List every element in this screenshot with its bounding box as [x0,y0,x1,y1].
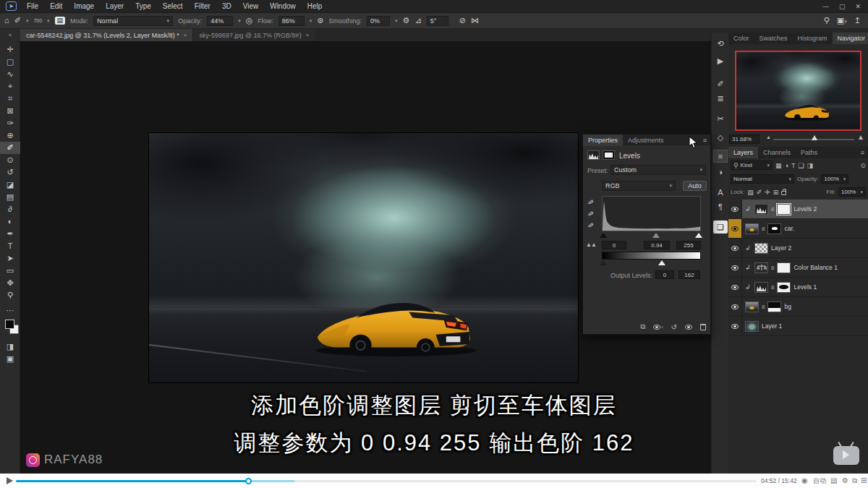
targeted-adjustment-icon[interactable]: ▲▲ [586,241,596,248]
tab-color[interactable]: Color [728,33,754,44]
car-layer-thumbnail[interactable] [745,223,759,234]
chevron-down-icon[interactable]: ▾ [310,18,312,24]
chevron-down-icon[interactable]: ▾ [238,18,241,24]
layer-opacity-field[interactable]: 100%▾ [821,174,848,184]
output-black-slider[interactable] [600,260,607,265]
visibility-eye-icon[interactable] [728,219,742,239]
mask-link-icon[interactable]: 8 [771,284,774,291]
delete-icon[interactable] [700,324,706,330]
channel-select[interactable]: RGB▾ [602,181,676,191]
tab-properties[interactable]: Properties [583,134,623,146]
layer-row-color-balance[interactable]: ↲ 8 Color Balance 1 [728,258,868,278]
visibility-eye-icon[interactable] [728,297,742,317]
document-image[interactable] [148,132,579,383]
screen-mode-icon[interactable]: ▣ [0,353,20,365]
move-tool[interactable]: ✛ [0,43,20,56]
quality-selector[interactable]: 自动 [813,476,826,486]
path-select-tool[interactable]: ➤ [0,252,20,265]
tab-channels[interactable]: Channels [758,147,796,158]
history-brush-tool[interactable]: ↺ [0,166,20,179]
chevron-down-icon[interactable]: ▾ [47,18,50,24]
visibility-eye-icon[interactable] [728,317,742,336]
healing-brush-tool[interactable]: ⊕ [0,129,20,142]
toggle-brush-panel-icon[interactable]: ▤ [55,17,66,25]
layer-mask-thumbnail[interactable] [777,282,791,293]
paragraph-panel-icon[interactable]: ¶ [713,200,728,213]
search-icon[interactable]: ⚲ [824,17,830,25]
smoothing-gear-icon[interactable]: ⚙ [403,17,410,25]
close-button[interactable]: ✕ [855,3,861,10]
output-black-field[interactable]: 0 [655,270,674,279]
layer-row-levels2[interactable]: ↲ 8 Levels 2 [728,200,868,219]
opacity-field[interactable]: 44% [207,16,233,26]
adjustments-panel-icon[interactable]: ◑ [713,166,728,179]
filter-type-layers-icon[interactable]: T [791,162,796,169]
menu-file[interactable]: File [21,0,44,13]
mask-link-icon[interactable]: 8 [762,226,765,232]
edit-toolbar-icon[interactable]: ⋯ [0,304,20,317]
brush-size-picker[interactable]: 700 [33,18,42,23]
cloud-layer-thumbnail[interactable] [745,321,759,332]
flow-field[interactable]: 86% [278,16,305,26]
lock-transparent-icon[interactable]: ▨ [747,189,754,196]
layer-row-layer2[interactable]: ↲ Layer 2 [728,239,868,258]
foreground-color-swatch[interactable] [5,320,14,329]
preset-select[interactable]: Custom▾ [610,165,706,175]
input-white-slider[interactable] [695,233,702,238]
close-tab-icon[interactable]: × [184,32,187,38]
output-white-field[interactable]: 162 [678,270,700,279]
navigator-zoom-field[interactable]: 31.68% [729,134,760,144]
eyedropper-tool[interactable]: ✑ [0,117,20,129]
black-point-eyedropper-icon[interactable]: ✎ [586,198,595,205]
lock-position-icon[interactable]: ✛ [765,189,770,196]
lock-all-icon[interactable] [781,191,786,195]
blend-mode-select[interactable]: Normal▾ [731,174,794,184]
levels-adjustment-thumbnail[interactable] [754,282,768,293]
pen-tool[interactable]: ✒ [0,228,20,240]
mask-link-icon[interactable]: 8 [771,265,774,271]
menu-window[interactable]: Window [264,0,302,13]
chevron-down-icon[interactable]: ▾ [395,18,398,24]
zoom-out-icon[interactable]: ▲ [766,134,771,140]
pressure-opacity-icon[interactable]: ◎ [246,17,253,25]
gray-point-eyedropper-icon[interactable]: ✎ [586,210,595,217]
libraries-panel-icon[interactable]: ❏ [713,221,728,234]
input-midtone-slider[interactable] [652,233,660,238]
home-icon[interactable]: ⌂ [4,17,9,25]
menu-filter[interactable]: Filter [189,0,216,13]
menu-edit[interactable]: Edit [44,0,68,13]
document-tab-car[interactable]: car-5548242.jpg @ 31.7% (Levels 2, Layer… [20,29,192,41]
gradient-tool[interactable]: ▤ [0,191,20,203]
layer-mask-thumbnail[interactable] [777,262,791,273]
quick-mask-icon[interactable]: ◨ [0,341,20,353]
tab-layers[interactable]: Layers [728,147,758,158]
zoom-tool[interactable]: ⚲ [0,289,20,301]
dodge-tool[interactable]: ◐ [0,215,20,228]
layer-row-layer1[interactable]: Layer 1 [728,317,868,336]
video-progress-handle[interactable] [245,478,252,484]
minimize-button[interactable]: — [822,3,829,10]
danmaku-icon[interactable]: ▤ [830,476,837,484]
layer-row-bg[interactable]: 8 bg [728,297,868,317]
transparent-layer-thumbnail[interactable] [754,243,768,254]
menu-image[interactable]: Image [68,0,100,13]
tab-paths[interactable]: Paths [796,147,822,158]
brushes-panel-icon[interactable]: ≣ [713,92,728,105]
layer-fill-field[interactable]: 100%▾ [838,187,866,197]
navigator-proxy-view[interactable] [735,51,861,131]
chevron-down-icon[interactable]: ▾ [26,18,29,24]
filter-smart-objects-icon[interactable]: ◨ [807,162,814,169]
layer-mask-thumbnail[interactable] [777,204,791,215]
document-tab-sky[interactable]: sky-599697.jpg @ 16.7% (RGB/8#)× [192,29,315,41]
menu-select[interactable]: Select [157,0,189,13]
output-white-slider[interactable] [658,260,665,265]
clone-stamp-tool[interactable]: ⊙ [0,154,20,166]
input-black-slider[interactable] [600,233,607,238]
crop-tool[interactable]: ⌗ [0,93,20,105]
panel-menu-icon[interactable]: ≡ [703,137,710,144]
type-tool[interactable]: T [0,240,20,252]
menu-layer[interactable]: Layer [100,0,129,13]
tool-presets-icon[interactable]: ✂ [713,112,728,125]
share-icon[interactable]: ↥ [854,17,861,25]
visibility-eye-icon[interactable] [728,278,742,297]
